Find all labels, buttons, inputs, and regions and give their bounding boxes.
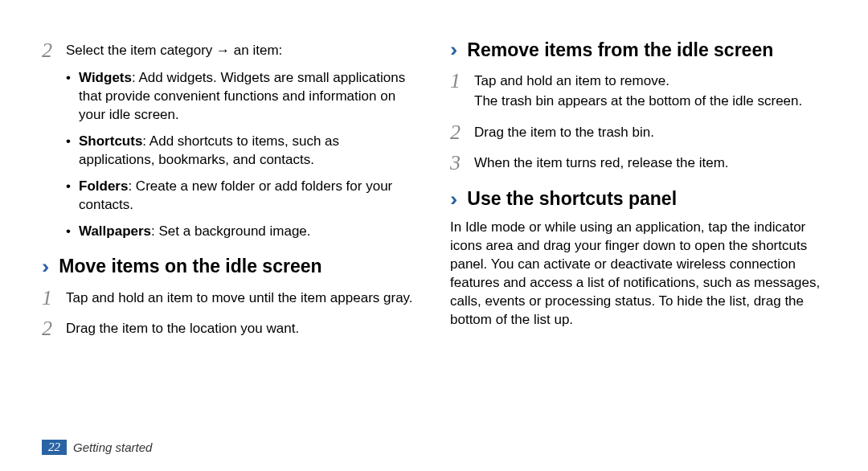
step-body: Tap and hold an item to move until the i… (66, 286, 413, 308)
heading-remove-items: › Remove items from the idle screen (450, 39, 826, 61)
heading-text: Use the shortcuts panel (467, 188, 677, 210)
step-body: Tap and hold an item to remove. The tras… (474, 69, 802, 113)
arrow-icon: → (216, 43, 230, 58)
step-body: Select the item category → an item: (66, 39, 282, 60)
step-lead-after: an item: (230, 43, 282, 58)
heading-shortcuts-panel: › Use the shortcuts panel (450, 188, 826, 211)
heading-move-items: › Move items on the idle screen (42, 256, 418, 278)
bullet-wallpapers: Wallpapers: Set a background image. (66, 223, 418, 241)
page-footer: 22 Getting started (42, 440, 152, 455)
chevron-icon: › (42, 257, 49, 276)
remove-step-1: 1 Tap and hold an item to remove. The tr… (450, 69, 826, 113)
step-number: 2 (42, 39, 66, 61)
heading-text: Move items on the idle screen (59, 256, 321, 277)
move-step-1: 1 Tap and hold an item to move until the… (42, 286, 418, 309)
page-content: 2 Select the item category → an item: Wi… (0, 0, 868, 347)
step-2: 2 Select the item category → an item: (42, 39, 418, 61)
step-lead-before: Select the item category (66, 43, 216, 58)
right-column: › Remove items from the idle screen 1 Ta… (450, 39, 826, 347)
shortcuts-paragraph: In Idle mode or while using an applicati… (450, 219, 826, 330)
bullet-term: Folders (79, 178, 128, 194)
step-number: 1 (42, 286, 66, 309)
step-extra: The trash bin appears at the bottom of t… (474, 92, 802, 111)
step-body: Drag the item to the location you want. (66, 317, 299, 338)
step-body: When the item turns red, release the ite… (474, 151, 729, 173)
remove-step-3: 3 When the item turns red, release the i… (450, 151, 826, 174)
category-bullets: Widgets: Add widgets. Widgets are small … (66, 69, 418, 241)
bullet-term: Shortcuts (79, 133, 142, 149)
bullet-term: Wallpapers (79, 223, 151, 239)
step-number: 1 (450, 69, 474, 92)
heading-text: Remove items from the idle screen (467, 39, 773, 61)
bullet-term: Widgets (79, 70, 132, 85)
remove-step-2: 2 Drag the item to the trash bin. (450, 121, 826, 143)
chevron-icon: › (450, 190, 457, 209)
step-number: 2 (450, 121, 474, 143)
step-text: Tap and hold an item to remove. (474, 72, 802, 91)
bullet-widgets: Widgets: Add widgets. Widgets are small … (66, 69, 418, 125)
chevron-icon: › (450, 40, 457, 59)
step-number: 2 (42, 317, 66, 339)
bullet-folders: Folders: Create a new folder or add fold… (66, 178, 418, 215)
step-body: Drag the item to the trash bin. (474, 121, 654, 142)
footer-section: Getting started (73, 440, 152, 454)
page-number: 22 (42, 440, 67, 455)
left-column: 2 Select the item category → an item: Wi… (42, 39, 418, 347)
step-number: 3 (450, 151, 474, 174)
move-step-2: 2 Drag the item to the location you want… (42, 317, 418, 339)
bullet-desc: : Set a background image. (151, 223, 310, 239)
bullet-shortcuts: Shortcuts: Add shortcuts to items, such … (66, 133, 418, 170)
